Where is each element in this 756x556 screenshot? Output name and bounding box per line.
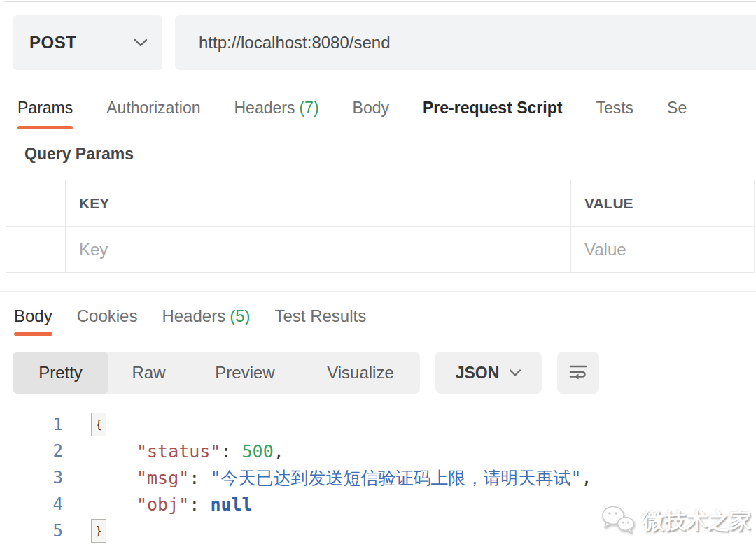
view-mode-visualize[interactable]: Visualize xyxy=(301,352,420,394)
line-number: 5 xyxy=(0,521,63,541)
fold-guide-line xyxy=(99,464,99,491)
code-line: 1{ xyxy=(0,411,756,438)
query-params-title: Query Params xyxy=(24,145,134,164)
line-number: 2 xyxy=(0,441,63,461)
tab-headers[interactable]: Headers(7) xyxy=(234,98,319,133)
column-header-value: VALUE xyxy=(570,180,754,227)
tab-response-body[interactable]: Body xyxy=(14,306,52,340)
tab-body[interactable]: Body xyxy=(353,98,389,133)
value-input[interactable]: Value xyxy=(570,227,754,273)
header-select-cell xyxy=(6,180,65,227)
request-url-bar: POST http://localhost:8080/send xyxy=(13,15,756,70)
column-header-key: KEY xyxy=(65,180,570,227)
request-response-divider xyxy=(0,291,756,292)
active-tab-underline xyxy=(14,332,52,336)
fold-marker-open[interactable]: { xyxy=(91,413,106,436)
code-line: 2"status": 500, xyxy=(0,438,756,464)
active-tab-underline xyxy=(18,126,73,129)
response-headers-count-badge: (5) xyxy=(230,306,250,325)
tab-response-headers[interactable]: Headers(5) xyxy=(162,306,250,340)
row-select-cell xyxy=(6,227,65,273)
code-line-content: "msg": "今天已达到发送短信验证码上限，请明天再试", xyxy=(136,466,592,490)
tab-pre-request-script[interactable]: Pre-request Script xyxy=(423,98,562,133)
watermark: 微技术之家 xyxy=(599,504,751,539)
chevron-down-icon xyxy=(133,38,148,48)
chevron-down-icon xyxy=(509,369,522,377)
view-mode-segments: Pretty Raw Preview Visualize xyxy=(13,352,420,394)
headers-count-badge: (7) xyxy=(299,99,318,117)
fold-gutter xyxy=(63,438,136,464)
code-line-content: "status": 500, xyxy=(136,441,284,462)
view-mode-preview[interactable]: Preview xyxy=(189,352,301,394)
watermark-text: 微技术之家 xyxy=(643,506,751,536)
wrap-lines-button[interactable] xyxy=(557,352,599,394)
view-mode-raw[interactable]: Raw xyxy=(108,352,189,394)
tab-response-cookies[interactable]: Cookies xyxy=(77,306,138,340)
fold-guide-line xyxy=(99,438,99,464)
line-number: 1 xyxy=(0,415,63,434)
url-input[interactable]: http://localhost:8080/send xyxy=(175,15,756,70)
tab-test-results[interactable]: Test Results xyxy=(274,306,366,340)
wechat-logo-icon xyxy=(599,504,637,539)
top-border xyxy=(4,1,756,2)
method-dropdown[interactable]: POST xyxy=(13,15,162,70)
fold-gutter: { xyxy=(63,411,136,438)
code-line: 3"msg": "今天已达到发送短信验证码上限，请明天再试", xyxy=(0,464,756,491)
query-params-table: KEY VALUE Key Value xyxy=(6,180,755,273)
key-input[interactable]: Key xyxy=(65,227,570,273)
fold-gutter: } xyxy=(63,518,136,544)
line-number: 4 xyxy=(0,494,63,514)
postman-window: POST http://localhost:8080/send Params A… xyxy=(0,0,756,556)
code-line-content: "obj": null xyxy=(136,494,253,515)
method-label: POST xyxy=(29,33,76,52)
fold-gutter xyxy=(63,464,136,491)
format-dropdown[interactable]: JSON xyxy=(435,352,542,394)
view-mode-pretty[interactable]: Pretty xyxy=(13,352,108,394)
line-number: 3 xyxy=(0,468,63,487)
fold-guide-line xyxy=(99,491,99,518)
tab-tests[interactable]: Tests xyxy=(596,98,634,133)
tab-authorization[interactable]: Authorization xyxy=(106,98,200,133)
fold-marker-close[interactable]: } xyxy=(91,519,106,543)
format-label: JSON xyxy=(456,364,500,383)
tab-settings-truncated[interactable]: Se xyxy=(667,98,687,133)
fold-gutter xyxy=(63,491,136,518)
request-tabs: Params Authorization Headers(7) Body Pre… xyxy=(18,98,756,133)
response-tabs: Body Cookies Headers(5) Test Results xyxy=(14,306,756,340)
response-view-bar: Pretty Raw Preview Visualize JSON xyxy=(13,352,599,394)
wrap-lines-icon xyxy=(566,360,590,385)
url-text: http://localhost:8080/send xyxy=(199,33,391,52)
tab-params[interactable]: Params xyxy=(18,98,73,133)
